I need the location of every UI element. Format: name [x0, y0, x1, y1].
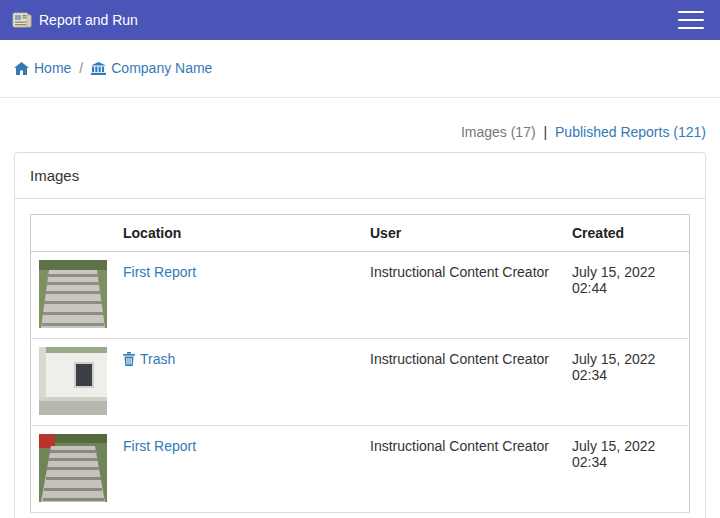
- hamburger-menu-icon[interactable]: [678, 11, 704, 29]
- breadcrumb-company-link[interactable]: Company Name: [91, 60, 212, 76]
- created-cell: July 15, 2022 02:34: [572, 347, 681, 383]
- images-card-body: Location User Created: [15, 199, 705, 518]
- stairs-photo-thumbnail[interactable]: [39, 260, 107, 328]
- thumbnail-column-header: [31, 215, 116, 252]
- trash-link[interactable]: Trash: [123, 347, 175, 367]
- images-table: Location User Created: [30, 214, 690, 513]
- user-cell: Instructional Content Creator: [370, 260, 549, 280]
- created-cell: July 15, 2022 02:34: [572, 434, 681, 470]
- table-row: First Report Instructional Content Creat…: [31, 426, 690, 513]
- user-cell: Instructional Content Creator: [370, 434, 549, 454]
- app-brand[interactable]: Report and Run: [12, 12, 138, 28]
- stairs-red-photo-thumbnail[interactable]: [39, 434, 107, 502]
- location-column-header: Location: [115, 215, 362, 252]
- report-newspaper-icon: [12, 12, 32, 28]
- trash-icon: [123, 352, 135, 366]
- app-title: Report and Run: [39, 12, 138, 28]
- user-column-header: User: [362, 215, 564, 252]
- tab-divider: |: [543, 124, 547, 140]
- tab-published-reports-link[interactable]: Published Reports (121): [555, 124, 706, 140]
- report-link[interactable]: First Report: [123, 260, 196, 280]
- top-navbar: Report and Run: [0, 0, 720, 40]
- created-cell: July 15, 2022 02:44: [572, 260, 681, 296]
- breadcrumb-company-label: Company Name: [111, 60, 212, 76]
- home-icon: [14, 62, 29, 75]
- building-photo-thumbnail[interactable]: [39, 347, 107, 415]
- trash-link-label: Trash: [140, 351, 175, 367]
- view-switcher: Images (17) | Published Reports (121): [0, 98, 720, 152]
- breadcrumb-home-label: Home: [34, 60, 71, 76]
- company-building-icon: [91, 62, 106, 75]
- images-card: Images Location User Created: [14, 152, 706, 518]
- table-header-row: Location User Created: [31, 215, 690, 252]
- images-card-title: Images: [15, 153, 705, 199]
- user-cell: Instructional Content Creator: [370, 347, 549, 367]
- breadcrumb: Home / Company Name: [0, 40, 720, 98]
- breadcrumb-separator: /: [79, 60, 83, 76]
- tab-images-current: Images (17): [461, 124, 536, 140]
- breadcrumb-home-link[interactable]: Home: [14, 60, 71, 76]
- table-row: First Report Instructional Content Creat…: [31, 252, 690, 339]
- table-row: Trash Instructional Content Creator July…: [31, 339, 690, 426]
- created-column-header: Created: [564, 215, 690, 252]
- report-link[interactable]: First Report: [123, 434, 196, 454]
